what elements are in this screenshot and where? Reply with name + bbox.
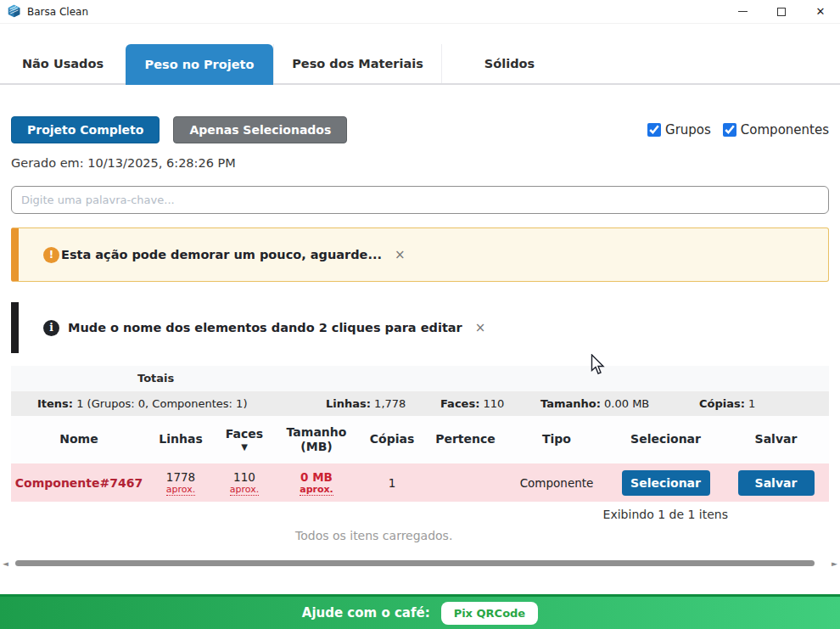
info-close-icon[interactable]: × [475,320,486,335]
totals-title: Totais [11,366,829,391]
table-row[interactable]: Componente#7467 1778 aprox. 110 aprox. 0… [11,463,829,502]
info-icon: i [43,320,59,336]
warning-alert-text: Esta ação pode demorar um pouco, aguarde… [61,248,382,261]
warning-close-icon[interactable]: × [395,247,406,262]
groups-label-text: Grupos [665,122,711,138]
generated-timestamp: Gerado em: 10/13/2025, 6:28:26 PM [11,156,829,170]
save-button[interactable]: Salvar [738,470,815,496]
column-header-pertence[interactable]: Pertence [425,432,506,447]
stat-copias-value: 1 [748,397,755,410]
row-lines: 1778 aprox. [147,470,215,495]
row-name[interactable]: Componente#7467 [11,476,147,490]
approx-link[interactable]: aprox. [166,484,195,496]
stat-faces-value: 110 [484,397,505,410]
row-faces-value: 110 [233,470,255,484]
approx-link[interactable]: aprox. [300,484,333,496]
row-faces-note: aprox. [215,484,274,495]
scrollbar-thumb[interactable] [15,560,815,566]
tab-peso-no-projeto[interactable]: Peso no Projeto [126,44,273,85]
faces-header-label: Faces [226,427,263,441]
row-size: 0 MB aprox. [274,470,359,495]
table-header-row: Nome Linhas Faces ▼ Tamanho (MB) Cópias … [11,416,829,463]
row-lines-note: aprox. [147,484,215,495]
close-button[interactable]: ✕ [801,0,840,23]
row-faces: 110 aprox. [215,470,274,495]
stat-linhas-value: 1,778 [374,397,406,410]
column-header-copias[interactable]: Cópias [359,432,425,447]
stat-copias: Cópias: 1 [699,397,829,410]
all-loaded-message: Todos os itens carregados. [295,529,829,542]
tab-bar: Não Usados Peso no Projeto Peso dos Mate… [0,24,840,85]
components-label-text: Componentes [741,122,829,138]
scroll-left-icon[interactable]: ◄ [3,559,8,568]
search-input[interactable] [11,186,829,214]
tamanho-header-unit: (MB) [300,440,332,453]
only-selected-button[interactable]: Apenas Selecionados [173,116,347,143]
app-logo-icon [7,4,21,19]
main-content: Projeto Completo Apenas Selecionados Gru… [0,116,840,542]
row-select-cell: Selecionar [608,470,724,496]
row-type: Componente [506,476,608,490]
tamanho-header-label: Tamanho [287,425,347,439]
row-save-cell: Salvar [724,470,828,496]
row-lines-value: 1778 [166,470,195,484]
tab-peso-dos-materiais[interactable]: Peso dos Materiais [273,44,441,83]
stat-tamanho-value: 0.00 MB [604,397,649,410]
column-header-nome[interactable]: Nome [11,432,147,447]
info-alert: i Mude o nome dos elementos dando 2 cliq… [11,302,829,353]
stat-faces-label: Faces: [440,397,479,410]
row-size-note: aprox. [274,484,359,495]
column-header-salvar: Salvar [724,432,828,447]
select-button[interactable]: Selecionar [622,470,710,496]
stat-tamanho-label: Tamanho: [540,397,601,410]
sort-desc-icon[interactable]: ▼ [215,442,274,453]
stat-itens-label: Itens: [37,397,73,410]
pix-qrcode-button[interactable]: Pix QRCode [441,602,539,625]
warning-icon: ! [43,247,59,263]
window-controls: ✕ [723,0,840,23]
search-wrap [11,186,829,214]
minimize-button[interactable] [723,0,762,23]
warning-alert: ! Esta ação pode demorar um pouco, aguar… [11,227,829,282]
components-checkbox-label[interactable]: Componentes [723,122,829,138]
column-header-linhas[interactable]: Linhas [147,432,215,447]
maximize-button[interactable] [762,0,801,23]
filter-checkboxes: Grupos Componentes [647,122,829,138]
column-header-tipo[interactable]: Tipo [506,432,608,447]
showing-count: Exibindo 1 de 1 itens [11,508,829,521]
actions-row: Projeto Completo Apenas Selecionados Gru… [11,116,829,143]
column-header-faces[interactable]: Faces ▼ [215,427,274,452]
totals-stats-row: Itens: 1 (Grupos: 0, Componentes: 1) Lin… [11,391,829,416]
horizontal-scrollbar[interactable]: ◄ ► [0,557,840,570]
donation-text: Ajude com o café: [302,605,430,621]
stat-faces: Faces: 110 [440,397,540,410]
full-project-button[interactable]: Projeto Completo [11,116,160,143]
scroll-right-icon[interactable]: ► [832,559,837,568]
maximize-icon [777,8,786,16]
column-header-tamanho[interactable]: Tamanho (MB) [274,425,359,455]
row-size-value: 0 MB [300,470,333,484]
tab-solidos[interactable]: Sólidos [441,44,577,83]
stat-itens: Itens: 1 (Grupos: 0, Componentes: 1) [11,397,326,410]
groups-checkbox[interactable] [647,123,661,137]
stat-tamanho: Tamanho: 0.00 MB [540,397,699,410]
stat-itens-value: 1 (Grupos: 0, Componentes: 1) [76,397,247,410]
stat-linhas: Linhas: 1,778 [326,397,440,410]
stat-copias-label: Cópias: [699,397,745,410]
approx-link[interactable]: aprox. [230,484,259,496]
column-header-selecionar: Selecionar [608,432,724,447]
row-copies: 1 [359,476,425,490]
components-checkbox[interactable] [723,123,736,137]
groups-checkbox-label[interactable]: Grupos [647,122,711,138]
minimize-icon [738,11,748,12]
close-icon: ✕ [816,6,826,17]
stat-linhas-label: Linhas: [326,397,371,410]
info-alert-text: Mude o nome dos elementos dando 2 clique… [68,321,462,334]
app-window: Barsa Clean ✕ Não Usados Peso no Projeto… [0,0,840,629]
title-bar: Barsa Clean ✕ [0,0,840,24]
donation-footer: Ajude com o café: Pix QRCode [0,594,840,629]
window-title: Barsa Clean [27,6,88,18]
totals-section: Totais Itens: 1 (Grupos: 0, Componentes:… [11,366,829,542]
tab-nao-usados[interactable]: Não Usados [0,44,126,83]
